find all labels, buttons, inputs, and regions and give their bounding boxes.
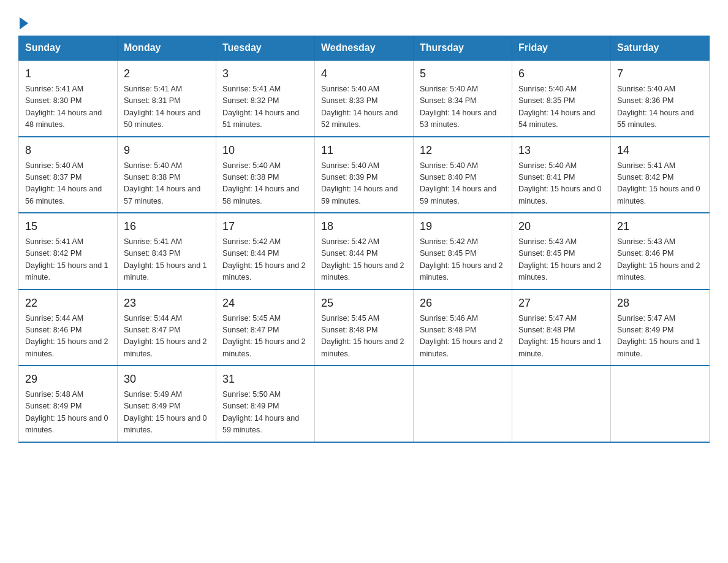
empty-cell-4-3: [315, 366, 414, 442]
day-info-8: Sunrise: 5:40 AMSunset: 8:37 PMDaylight:…: [25, 160, 111, 208]
day-number-3: 3: [222, 66, 308, 82]
day-number-1: 1: [25, 66, 111, 82]
day-info-31: Sunrise: 5:50 AMSunset: 8:49 PMDaylight:…: [222, 389, 308, 437]
day-number-18: 18: [321, 218, 407, 235]
day-info-15: Sunrise: 5:41 AMSunset: 8:42 PMDaylight:…: [25, 236, 111, 284]
day-number-20: 20: [518, 218, 604, 235]
day-cell-2: 2Sunrise: 5:41 AMSunset: 8:31 PMDaylight…: [118, 60, 216, 137]
day-info-29: Sunrise: 5:48 AMSunset: 8:49 PMDaylight:…: [25, 389, 111, 437]
day-cell-25: 25Sunrise: 5:45 AMSunset: 8:48 PMDayligh…: [315, 289, 414, 366]
day-info-5: Sunrise: 5:40 AMSunset: 8:34 PMDaylight:…: [420, 83, 506, 131]
day-info-2: Sunrise: 5:41 AMSunset: 8:31 PMDaylight:…: [124, 83, 210, 131]
day-cell-16: 16Sunrise: 5:41 AMSunset: 8:43 PMDayligh…: [118, 213, 216, 289]
day-number-11: 11: [321, 142, 407, 159]
week-row-3: 15Sunrise: 5:41 AMSunset: 8:42 PMDayligh…: [19, 213, 710, 289]
day-cell-27: 27Sunrise: 5:47 AMSunset: 8:48 PMDayligh…: [512, 289, 611, 366]
day-cell-15: 15Sunrise: 5:41 AMSunset: 8:42 PMDayligh…: [19, 213, 118, 289]
day-number-4: 4: [321, 66, 407, 82]
day-number-2: 2: [124, 66, 210, 82]
day-number-14: 14: [617, 142, 703, 159]
day-number-10: 10: [222, 142, 308, 159]
day-cell-13: 13Sunrise: 5:40 AMSunset: 8:41 PMDayligh…: [512, 137, 611, 213]
day-info-12: Sunrise: 5:40 AMSunset: 8:40 PMDaylight:…: [420, 160, 506, 208]
empty-cell-4-5: [512, 366, 611, 442]
day-info-11: Sunrise: 5:40 AMSunset: 8:39 PMDaylight:…: [321, 160, 407, 208]
day-cell-31: 31Sunrise: 5:50 AMSunset: 8:49 PMDayligh…: [216, 366, 315, 442]
day-cell-10: 10Sunrise: 5:40 AMSunset: 8:38 PMDayligh…: [216, 137, 315, 213]
week-row-1: 1Sunrise: 5:41 AMSunset: 8:30 PMDaylight…: [19, 60, 710, 137]
day-cell-18: 18Sunrise: 5:42 AMSunset: 8:44 PMDayligh…: [315, 213, 414, 289]
day-cell-8: 8Sunrise: 5:40 AMSunset: 8:37 PMDaylight…: [19, 137, 118, 213]
day-info-14: Sunrise: 5:41 AMSunset: 8:42 PMDaylight:…: [617, 160, 703, 208]
day-info-21: Sunrise: 5:43 AMSunset: 8:46 PMDaylight:…: [617, 236, 703, 284]
day-info-22: Sunrise: 5:44 AMSunset: 8:46 PMDaylight:…: [25, 313, 111, 361]
day-cell-17: 17Sunrise: 5:42 AMSunset: 8:44 PMDayligh…: [216, 213, 315, 289]
day-number-25: 25: [321, 295, 407, 312]
day-cell-5: 5Sunrise: 5:40 AMSunset: 8:34 PMDaylight…: [414, 60, 512, 137]
day-number-21: 21: [617, 218, 703, 235]
day-number-29: 29: [25, 371, 111, 388]
day-number-5: 5: [420, 66, 506, 82]
day-number-27: 27: [518, 295, 604, 312]
day-info-20: Sunrise: 5:43 AMSunset: 8:45 PMDaylight:…: [518, 236, 604, 284]
day-cell-24: 24Sunrise: 5:45 AMSunset: 8:47 PMDayligh…: [216, 289, 315, 366]
logo-arrow-icon: [20, 17, 28, 29]
empty-cell-4-6: [611, 366, 710, 442]
day-cell-23: 23Sunrise: 5:44 AMSunset: 8:47 PMDayligh…: [118, 289, 216, 366]
day-cell-30: 30Sunrise: 5:49 AMSunset: 8:49 PMDayligh…: [118, 366, 216, 442]
day-number-16: 16: [124, 218, 210, 235]
header-sunday: Sunday: [19, 36, 118, 61]
day-cell-9: 9Sunrise: 5:40 AMSunset: 8:38 PMDaylight…: [118, 137, 216, 213]
day-number-9: 9: [124, 142, 210, 159]
day-number-24: 24: [222, 295, 308, 312]
day-number-19: 19: [420, 218, 506, 235]
calendar-header-row: SundayMondayTuesdayWednesdayThursdayFrid…: [19, 36, 710, 61]
day-cell-3: 3Sunrise: 5:41 AMSunset: 8:32 PMDaylight…: [216, 60, 315, 137]
day-number-31: 31: [222, 371, 308, 388]
week-row-2: 8Sunrise: 5:40 AMSunset: 8:37 PMDaylight…: [19, 137, 710, 213]
day-number-15: 15: [25, 218, 111, 235]
day-cell-12: 12Sunrise: 5:40 AMSunset: 8:40 PMDayligh…: [414, 137, 512, 213]
calendar-table: SundayMondayTuesdayWednesdayThursdayFrid…: [18, 36, 710, 443]
day-cell-29: 29Sunrise: 5:48 AMSunset: 8:49 PMDayligh…: [19, 366, 118, 442]
day-number-13: 13: [518, 142, 604, 159]
day-cell-21: 21Sunrise: 5:43 AMSunset: 8:46 PMDayligh…: [611, 213, 710, 289]
day-cell-7: 7Sunrise: 5:40 AMSunset: 8:36 PMDaylight…: [611, 60, 710, 137]
day-cell-1: 1Sunrise: 5:41 AMSunset: 8:30 PMDaylight…: [19, 60, 118, 137]
day-info-6: Sunrise: 5:40 AMSunset: 8:35 PMDaylight:…: [518, 83, 604, 131]
day-number-28: 28: [617, 295, 703, 312]
day-info-9: Sunrise: 5:40 AMSunset: 8:38 PMDaylight:…: [124, 160, 210, 208]
day-number-7: 7: [617, 66, 703, 82]
day-number-30: 30: [124, 371, 210, 388]
day-cell-26: 26Sunrise: 5:46 AMSunset: 8:48 PMDayligh…: [414, 289, 512, 366]
day-info-27: Sunrise: 5:47 AMSunset: 8:48 PMDaylight:…: [518, 313, 604, 361]
day-info-7: Sunrise: 5:40 AMSunset: 8:36 PMDaylight:…: [617, 83, 703, 131]
day-info-25: Sunrise: 5:45 AMSunset: 8:48 PMDaylight:…: [321, 313, 407, 361]
day-cell-28: 28Sunrise: 5:47 AMSunset: 8:49 PMDayligh…: [611, 289, 710, 366]
day-number-22: 22: [25, 295, 111, 312]
day-cell-20: 20Sunrise: 5:43 AMSunset: 8:45 PMDayligh…: [512, 213, 611, 289]
header-tuesday: Tuesday: [216, 36, 315, 61]
day-number-23: 23: [124, 295, 210, 312]
day-number-17: 17: [222, 218, 308, 235]
week-row-5: 29Sunrise: 5:48 AMSunset: 8:49 PMDayligh…: [19, 366, 710, 442]
day-number-8: 8: [25, 142, 111, 159]
header-monday: Monday: [118, 36, 216, 61]
day-number-26: 26: [420, 295, 506, 312]
header-wednesday: Wednesday: [315, 36, 414, 61]
day-info-4: Sunrise: 5:40 AMSunset: 8:33 PMDaylight:…: [321, 83, 407, 131]
day-cell-6: 6Sunrise: 5:40 AMSunset: 8:35 PMDaylight…: [512, 60, 611, 137]
day-info-30: Sunrise: 5:49 AMSunset: 8:49 PMDaylight:…: [124, 389, 210, 437]
page-header: [18, 12, 710, 29]
day-cell-14: 14Sunrise: 5:41 AMSunset: 8:42 PMDayligh…: [611, 137, 710, 213]
day-info-17: Sunrise: 5:42 AMSunset: 8:44 PMDaylight:…: [222, 236, 308, 284]
day-info-18: Sunrise: 5:42 AMSunset: 8:44 PMDaylight:…: [321, 236, 407, 284]
empty-cell-4-4: [414, 366, 512, 442]
header-saturday: Saturday: [611, 36, 710, 61]
day-info-19: Sunrise: 5:42 AMSunset: 8:45 PMDaylight:…: [420, 236, 506, 284]
day-cell-22: 22Sunrise: 5:44 AMSunset: 8:46 PMDayligh…: [19, 289, 118, 366]
day-info-26: Sunrise: 5:46 AMSunset: 8:48 PMDaylight:…: [420, 313, 506, 361]
day-info-24: Sunrise: 5:45 AMSunset: 8:47 PMDaylight:…: [222, 313, 308, 361]
day-info-3: Sunrise: 5:41 AMSunset: 8:32 PMDaylight:…: [222, 83, 308, 131]
day-info-23: Sunrise: 5:44 AMSunset: 8:47 PMDaylight:…: [124, 313, 210, 361]
